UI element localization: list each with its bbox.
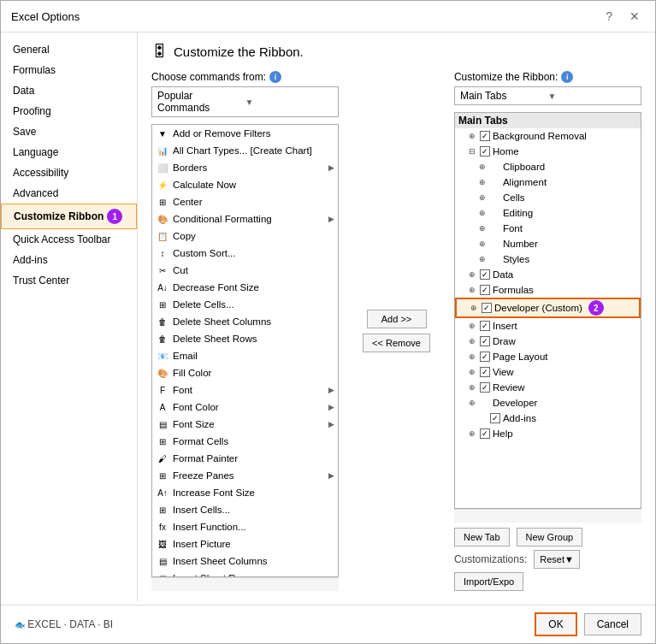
list-item[interactable]: FFont▶ [152,381,338,399]
ribbon-scrollbar[interactable] [454,509,641,523]
list-item[interactable]: 🖌Format Painter [152,450,338,467]
expand-icon: ⊟ [469,147,477,156]
import-export-button[interactable]: Import/Expo [454,572,523,591]
close-button[interactable]: ✕ [624,8,645,25]
ok-button[interactable]: OK [535,612,576,636]
tree-item[interactable]: ⊕Editing [455,205,641,221]
command-label: Add or Remove Filters [173,128,270,139]
list-item[interactable]: ⊞Freeze Panes▶ [152,467,338,484]
dialog-title: Excel Options [11,10,80,23]
list-item[interactable]: 🗑Delete Sheet Rows [152,330,338,347]
tree-item[interactable]: ⊕Help [455,426,641,441]
add-button[interactable]: Add >> [367,310,427,328]
remove-button[interactable]: << Remove [363,334,430,352]
tree-item-label: Data [493,269,513,280]
tree-item[interactable]: ⊕Font [455,221,641,236]
tree-item[interactable]: ⊕Developer [455,395,641,411]
list-item[interactable]: 🗑Delete Sheet Columns [152,313,338,330]
commands-list[interactable]: ▼Add or Remove Filters📊All Chart Types..… [151,124,339,577]
reset-button[interactable]: Reset ▼ [534,550,580,569]
tree-item[interactable]: ⊕Formulas [455,282,641,298]
tree-item[interactable]: ⊕Number [455,236,641,251]
sidebar-item-general[interactable]: General [1,39,137,60]
tree-item[interactable]: ⊕Clipboard [455,159,641,174]
tree-checkbox[interactable] [480,428,490,439]
tree-item[interactable]: ⊕Page Layout [455,349,641,364]
sidebar-item-language[interactable]: Language [1,142,137,162]
tree-checkbox[interactable] [482,303,492,313]
command-label: Calculate Now [173,180,236,190]
step-2-badge: 2 [588,300,604,316]
help-button[interactable]: ? [600,8,618,25]
tree-checkbox[interactable] [480,285,490,295]
ribbon-bottom-controls: New Tab New Group [454,528,641,547]
sidebar-item-save[interactable]: Save [1,121,137,142]
tree-item[interactable]: Add-ins [455,411,641,426]
tree-checkbox[interactable] [480,321,490,331]
ribbon-tree[interactable]: Main Tabs⊕Background Removal⊟Home⊕Clipbo… [454,112,641,509]
list-item[interactable]: ⬜Borders▶ [152,159,338,176]
sidebar-item-quick-access[interactable]: Quick Access Toolbar [1,229,137,250]
command-icon: ↕ [156,246,169,260]
tree-item[interactable]: ⊕Insert [455,318,641,334]
list-item[interactable]: 📧Email [152,347,338,364]
tree-item[interactable]: ⊕Data [455,267,641,282]
list-item[interactable]: 📊All Chart Types... [Create Chart] [152,142,338,159]
tree-item[interactable]: ⊕Developer (Custom)2 [455,298,641,318]
list-item[interactable]: ▼Add or Remove Filters [152,125,338,142]
left-info-icon[interactable]: i [269,71,281,83]
sidebar-item-customize-ribbon[interactable]: Customize Ribbon1 [1,204,137,229]
tree-checkbox[interactable] [480,131,490,141]
commands-scrollbar[interactable] [151,577,339,591]
tree-item[interactable]: ⊟Home [455,144,641,159]
tree-item[interactable]: ⊕Background Removal [455,128,641,144]
tree-checkbox[interactable] [480,382,490,393]
list-item[interactable]: AFont Color▶ [152,399,338,416]
list-item[interactable]: ⊞Format Cells [152,433,338,450]
tree-checkbox[interactable] [480,336,490,346]
right-info-icon[interactable]: i [561,71,573,83]
sidebar-item-add-ins[interactable]: Add-ins [1,250,137,270]
tree-checkbox[interactable] [490,413,500,423]
list-item[interactable]: ⊞Delete Cells... [152,296,338,313]
cancel-button[interactable]: Cancel [584,613,641,635]
tree-item[interactable]: ⊕Cells [455,190,641,205]
list-item[interactable]: ⊞Insert Cells... [152,501,338,518]
ribbon-dropdown[interactable]: Main Tabs ▼ [454,86,641,105]
list-item[interactable]: ⊞Center [152,193,338,210]
list-item[interactable]: ▤Font Size▶ [152,416,338,433]
tree-item[interactable]: ⊕Alignment [455,174,641,190]
tree-checkbox[interactable] [480,146,490,157]
expand-icon: ⊕ [470,304,479,312]
list-item[interactable]: 📋Copy [152,227,338,245]
list-item[interactable]: 🎨Fill Color [152,364,338,381]
list-item[interactable]: A↓Decrease Font Size [152,279,338,296]
sidebar-item-accessibility[interactable]: Accessibility [1,162,137,183]
list-item[interactable]: 🖼Insert Picture [152,535,338,552]
sidebar-item-advanced[interactable]: Advanced [1,183,137,204]
list-item[interactable]: ↕Custom Sort... [152,245,338,262]
list-item[interactable]: A↑Increase Font Size [152,484,338,501]
tree-checkbox[interactable] [480,352,490,362]
list-item[interactable]: 🎨Conditional Formatting▶ [152,210,338,227]
tree-item[interactable]: ⊕Review [455,380,641,395]
customizations-row: Customizations: Reset ▼ [454,550,641,569]
sidebar-item-data[interactable]: Data [1,80,137,101]
sidebar-item-formulas[interactable]: Formulas [1,60,137,80]
tree-checkbox[interactable] [480,269,490,280]
commands-dropdown[interactable]: Popular Commands ▼ [151,86,339,117]
tree-item[interactable]: ⊕View [455,364,641,380]
list-item[interactable]: ⚡Calculate Now [152,176,338,193]
sidebar-item-trust-center[interactable]: Trust Center [1,270,137,291]
tree-checkbox[interactable] [480,367,490,377]
list-item[interactable]: ▤Insert Sheet Rows [152,570,338,577]
new-group-button[interactable]: New Group [517,528,583,547]
new-tab-button[interactable]: New Tab [454,528,510,547]
tree-item[interactable]: ⊕Draw [455,334,641,349]
list-item[interactable]: fxInsert Function... [152,518,338,535]
tree-item[interactable]: ⊕Styles [455,251,641,267]
list-item[interactable]: ✂Cut [152,262,338,279]
sidebar-item-proofing[interactable]: Proofing [1,101,137,121]
watermark: 🐟 EXCEL · DATA · BI [15,618,113,630]
list-item[interactable]: ▤Insert Sheet Columns [152,552,338,570]
